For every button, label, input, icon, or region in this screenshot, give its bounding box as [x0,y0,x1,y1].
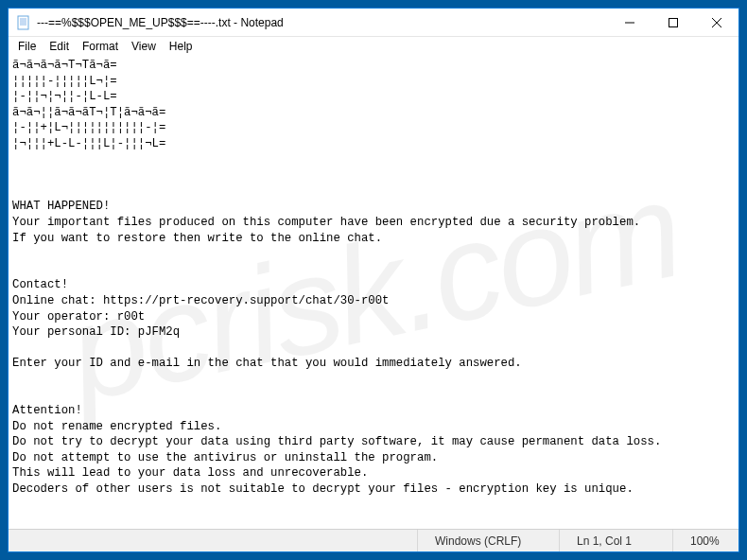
maximize-button[interactable] [651,9,695,36]
window-title: ---==%$$$OPEN_ME_UP$$$==----.txt - Notep… [37,16,608,29]
status-zoom: 100% [672,530,738,551]
text-area[interactable]: ã¬ã¬ã¬ã¬T¬Tã¬ã= ¦¦¦¦¦-¦¦¦¦¦L¬¦= ¦-¦¦¬¦¬¦… [9,56,738,529]
notepad-icon [16,15,31,30]
window-controls [608,9,738,36]
notepad-window: ---==%$$$OPEN_ME_UP$$$==----.txt - Notep… [8,8,739,552]
menu-view[interactable]: View [126,39,162,54]
menu-format[interactable]: Format [77,39,124,54]
menu-help[interactable]: Help [164,39,199,54]
close-button[interactable] [695,9,738,36]
svg-rect-6 [669,18,678,26]
statusbar: Windows (CRLF) Ln 1, Col 1 100% [9,529,738,551]
minimize-button[interactable] [608,9,651,36]
menu-file[interactable]: File [12,39,42,54]
menubar: File Edit Format View Help [9,37,738,56]
titlebar: ---==%$$$OPEN_ME_UP$$$==----.txt - Notep… [9,9,738,37]
document-text: ã¬ã¬ã¬ã¬T¬Tã¬ã= ¦¦¦¦¦-¦¦¦¦¦L¬¦= ¦-¦¦¬¦¬¦… [12,59,661,496]
menu-edit[interactable]: Edit [43,39,75,54]
status-encoding: Windows (CRLF) [417,530,559,551]
status-position: Ln 1, Col 1 [559,530,672,551]
